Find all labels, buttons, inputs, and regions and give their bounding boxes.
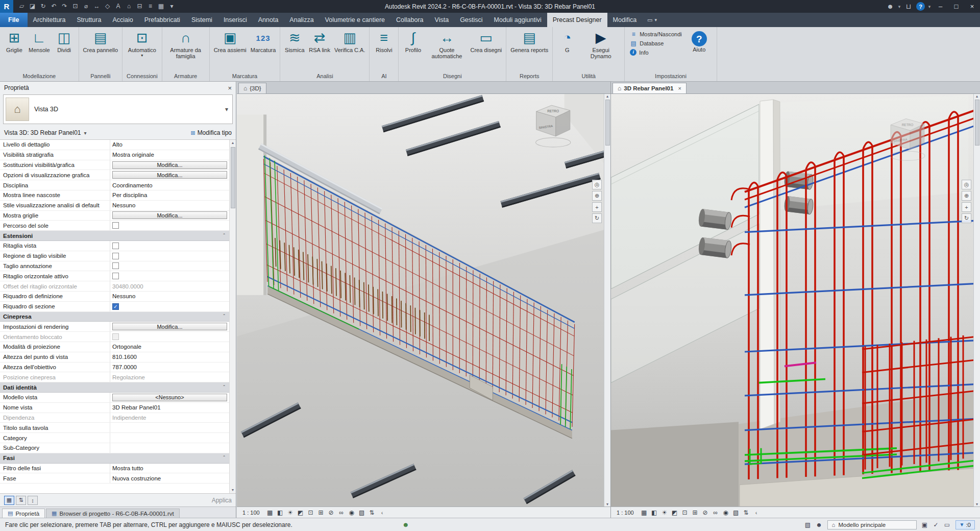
property-row[interactable]: Opzioni di visualizzazione grafica Modif… (0, 170, 229, 180)
property-value[interactable] (110, 262, 229, 269)
default-3d-view-icon[interactable]: ⌂ (124, 0, 134, 13)
print-icon[interactable]: ⊡ (70, 0, 81, 13)
type-selector[interactable]: ⌂ Vista 3D ▾ (3, 94, 233, 124)
scroll-down-icon[interactable]: ▾ (976, 502, 978, 506)
property-row[interactable]: Nome vista 3D Rebar Panel01 (0, 403, 229, 413)
visual-style-icon[interactable]: ◧ (649, 509, 659, 516)
account-menu-caret-icon[interactable]: ▾ (896, 4, 902, 9)
sun-path-icon[interactable]: ☀ (285, 509, 296, 516)
concrete-check-button[interactable]: ▥ Verifica C.A. (332, 28, 368, 72)
property-row[interactable]: Sostituzioni visibilità/grafica Modifica… (0, 160, 229, 171)
worksharing-status-icon[interactable]: ☻ (402, 521, 409, 528)
minimize-button[interactable]: – (933, 0, 948, 13)
property-value[interactable] (110, 333, 229, 340)
crop-view-icon[interactable]: ⊡ (306, 509, 316, 516)
design-options-icon[interactable]: ▣ (920, 521, 930, 528)
run-dynamo-button[interactable]: ▶ Esegui Dynamo (579, 28, 622, 72)
property-value[interactable]: Mostra tutto (110, 465, 229, 471)
view-tab-3d-rebar-panel01[interactable]: ⌂ 3D Rebar Panel01 × (612, 83, 687, 93)
property-row[interactable]: Altezza del punto di vista 810.1600 (0, 352, 229, 363)
property-row[interactable]: Altezza dell'obiettivo 787.0000 (0, 363, 229, 373)
property-value[interactable]: Indipendente (110, 415, 229, 421)
tab-annota[interactable]: Annota (253, 13, 284, 27)
auto-dimensions-button[interactable]: ↔ Quote automatiche (425, 28, 468, 72)
zoom-icon[interactable]: ⊕ (592, 191, 602, 201)
active-only-icon[interactable]: ✓ (931, 521, 941, 528)
property-row[interactable]: Mostra linee nascoste Per disciplina (0, 190, 229, 201)
selection-filter[interactable]: ▼ :0 (955, 520, 975, 529)
property-row[interactable]: Cinepresa ˆ (0, 312, 229, 322)
show-crop-icon[interactable]: ⊞ (690, 509, 700, 516)
modify-selector[interactable]: ▭ ▾ (642, 13, 662, 27)
app-store-cart-icon[interactable]: ⊔ (902, 3, 915, 10)
property-row[interactable]: Visibilità stratigrafia Mostra originale (0, 150, 229, 160)
reveal-hidden-icon[interactable]: ◉ (721, 509, 731, 516)
property-row[interactable]: Regione di taglio visibile (0, 251, 229, 261)
worksets-icon[interactable]: ▧ (803, 521, 813, 528)
collapse-caret-icon[interactable]: ˆ (223, 233, 225, 239)
rsa-link-button[interactable]: ⇄ RSA link (307, 28, 332, 72)
tab-precast-designer[interactable]: Precast Designer (547, 13, 607, 27)
active-model-select[interactable]: ⌂ Modello principale (827, 520, 917, 529)
collapse-caret-icon[interactable]: ˆ (223, 455, 225, 461)
property-row[interactable]: Modalità di proiezione Ortogonale (0, 342, 229, 352)
steering-wheel-icon[interactable]: ◎ (962, 180, 971, 189)
property-row[interactable]: Riquadro di definizione Nessuno (0, 292, 229, 302)
property-row[interactable]: Orientamento bloccato (0, 332, 229, 342)
rebar-from-family-button[interactable]: ∩ Armature da famiglia (164, 28, 207, 72)
tab-volumetrie-e-cantiere[interactable]: Volumetrie e cantiere (320, 13, 390, 27)
customize-qat-icon[interactable]: ▾ (166, 0, 177, 13)
property-value[interactable] (110, 253, 229, 259)
property-value[interactable] (110, 222, 229, 229)
tab-gestisci[interactable]: Gestisci (454, 13, 488, 27)
scroll-left-icon[interactable]: ‹ (755, 510, 757, 516)
close-button[interactable]: × (964, 0, 980, 13)
property-value[interactable]: Coordinamento (110, 182, 229, 188)
property-value[interactable]: 3D Rebar Panel01 (110, 404, 229, 411)
database-button[interactable]: ▤ Database (630, 40, 682, 47)
profile-button[interactable]: ∫ Profilo (401, 28, 425, 72)
show-crop-icon[interactable]: ⊞ (316, 509, 326, 516)
pan-icon[interactable]: + (962, 202, 971, 212)
tab-prefabbricati[interactable]: Prefabbricati (139, 13, 186, 27)
scroll-up-icon[interactable]: ▴ (232, 140, 234, 146)
shadows-icon[interactable]: ◩ (670, 509, 680, 516)
lock-3d-view-icon[interactable]: ⊘ (700, 509, 710, 516)
property-row[interactable]: Disciplina Coordinamento (0, 180, 229, 190)
switch-windows-icon[interactable]: ▦ (156, 0, 166, 13)
thin-lines-icon[interactable]: ≡ (145, 0, 156, 13)
sort-descending-icon[interactable]: ↕ (28, 496, 38, 505)
info-button[interactable]: i Info (630, 49, 682, 56)
lock-3d-view-icon[interactable]: ⊘ (326, 509, 336, 516)
property-row[interactable]: Dati identità ˆ (0, 382, 229, 393)
tab-moduli-aggiuntivi[interactable]: Moduli aggiuntivi (488, 13, 547, 27)
create-panel-button[interactable]: ▤ Crea pannello (81, 28, 120, 72)
help-icon[interactable]: ? (916, 2, 925, 11)
editing-requests-icon[interactable]: ☻ (814, 521, 824, 528)
maximize-button[interactable]: □ (948, 0, 964, 13)
account-icon[interactable]: ☻ (884, 3, 896, 10)
detail-level-icon[interactable]: ▦ (639, 509, 649, 516)
reveal-hidden-icon[interactable]: ◉ (347, 509, 357, 516)
tab-properties[interactable]: ▤ Proprietà (2, 509, 45, 518)
property-value[interactable]: Alto (110, 141, 229, 148)
3d-canvas-default[interactable]: RETROSINISTRA ◎⊕+↻ ▴ ▾ (237, 94, 610, 506)
property-row[interactable]: Taglio annotazione (0, 261, 229, 272)
split-button[interactable]: ◫ Dividi (52, 28, 77, 72)
orbit-icon[interactable]: ↻ (962, 213, 971, 223)
hide-isolate-icon[interactable]: ∞ (710, 509, 721, 516)
property-row[interactable]: Posizione cinepresa Regolazione (0, 372, 229, 382)
worksharing-display-icon[interactable]: ⇅ (741, 509, 751, 516)
property-row[interactable]: Titolo sulla tavola (0, 423, 229, 433)
zoom-icon[interactable]: ⊕ (962, 191, 971, 201)
sort-menu-icon[interactable]: ▦ (4, 496, 14, 505)
viewport-scrollbar[interactable]: ▴ ▾ (604, 94, 610, 506)
help-menu-caret-icon[interactable]: ▾ (926, 4, 933, 9)
hide-isolate-icon[interactable]: ∞ (336, 509, 347, 516)
tab-sistemi[interactable]: Sistemi (186, 13, 218, 27)
chevron-down-icon[interactable]: ▾ (84, 130, 87, 136)
collapse-caret-icon[interactable]: ˆ (223, 313, 225, 320)
scroll-down-icon[interactable]: ▾ (606, 502, 608, 506)
exclude-options-icon[interactable]: ▭ (942, 521, 952, 528)
aligned-dimension-icon[interactable]: ↔ (91, 0, 102, 13)
